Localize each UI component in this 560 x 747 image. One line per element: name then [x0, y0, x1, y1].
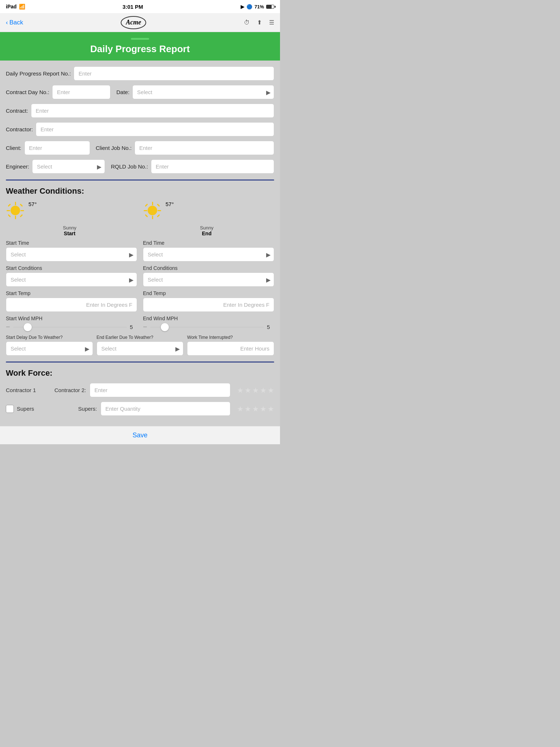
- rqld-job-no-input[interactable]: [151, 159, 274, 174]
- weather-end-info: 57°: [166, 201, 174, 207]
- star-2: ★: [245, 386, 251, 395]
- contract-row: Contract:: [6, 104, 274, 118]
- supers-label: Supers: [17, 406, 53, 412]
- start-time-select[interactable]: Select: [6, 247, 137, 262]
- contract-day-label: Contract Day No.:: [6, 89, 49, 95]
- delay-row: Start Delay Due To Weather? Select ▶ End…: [6, 335, 274, 356]
- client-row: Client: Client Job No.:: [6, 141, 274, 155]
- save-button[interactable]: Save: [132, 431, 147, 439]
- contract-day-input[interactable]: [52, 85, 110, 99]
- end-temp-input[interactable]: [143, 298, 274, 312]
- history-icon[interactable]: ⏱: [244, 19, 250, 26]
- end-early-field: End Earlier Due To Weather? Select ▶: [97, 335, 184, 356]
- start-delay-select[interactable]: Select: [6, 341, 93, 356]
- star-3: ★: [252, 386, 259, 395]
- contractor2-label: Contractor 2:: [46, 387, 86, 393]
- app-logo: Acme: [121, 16, 146, 29]
- start-time-label: Start Time: [6, 240, 137, 246]
- end-wind-field: End Wind MPH − 5: [143, 316, 274, 331]
- divider-1: [6, 179, 274, 181]
- contract-label: Contract:: [6, 108, 28, 114]
- contractor2-input[interactable]: [90, 383, 230, 397]
- end-time-field: End Time Select ▶: [143, 240, 274, 262]
- start-wind-label: Start Wind MPH: [6, 316, 137, 321]
- sun-end-circle: [148, 206, 157, 215]
- interrupted-input[interactable]: [187, 341, 274, 356]
- end-conditions-select[interactable]: Select: [143, 272, 274, 287]
- contract-day-date-row: Contract Day No.: Date: Select ▶: [6, 85, 274, 99]
- supers-star-3: ★: [252, 405, 259, 413]
- start-time-field: Start Time Select ▶: [6, 240, 137, 262]
- contractor2-stars: ★ ★ ★ ★ ★: [237, 386, 274, 395]
- weather-start-side: 57° Sunny Start: [6, 201, 137, 236]
- start-delay-select-wrapper: Select ▶: [6, 341, 93, 356]
- supers-checkbox[interactable]: [6, 405, 14, 413]
- weather-fields-grid: Start Time Select ▶ Start Conditions Sel…: [6, 240, 274, 331]
- end-conditions-label: End Conditions: [143, 265, 274, 271]
- weather-start-condition: Sunny: [2, 225, 137, 231]
- start-wind-slider[interactable]: [13, 326, 127, 328]
- end-time-label: End Time: [143, 240, 274, 246]
- contractor-row: Contractor:: [6, 122, 274, 136]
- report-no-input[interactable]: [74, 66, 274, 81]
- end-conditions-select-wrapper: Select ▶: [143, 272, 274, 287]
- supers-checkbox-wrapper: Supers: [6, 405, 53, 413]
- start-temp-input[interactable]: [6, 298, 137, 312]
- end-early-select-wrapper: Select ▶: [97, 341, 184, 356]
- battery-percent: 71%: [254, 4, 264, 9]
- page-header: Daily Progress Report: [0, 32, 280, 61]
- workforce-section-heading: Work Force:: [6, 368, 274, 378]
- supers-quantity-input[interactable]: [101, 402, 230, 416]
- supers-star-4: ★: [260, 405, 267, 413]
- supers-star-1: ★: [237, 405, 244, 413]
- nav-actions: ⏱ ⬆ ☰: [244, 19, 274, 26]
- weather-end-condition: Sunny: [139, 225, 274, 231]
- end-wind-slider[interactable]: [150, 326, 264, 328]
- weather-start-top: 57°: [6, 201, 137, 220]
- weather-end-top: 57°: [143, 201, 274, 220]
- date-select[interactable]: Select: [132, 85, 274, 99]
- date-label: Date:: [116, 89, 129, 95]
- start-delay-label: Start Delay Due To Weather?: [6, 335, 93, 340]
- interrupted-label: Work Time Interrupted?: [187, 335, 274, 340]
- status-right: ▶ 🔵 71%: [241, 4, 274, 9]
- contract-input[interactable]: [31, 104, 274, 118]
- supers-label2: Supers:: [57, 406, 97, 412]
- end-early-select[interactable]: Select: [97, 341, 184, 356]
- contractor-input[interactable]: [36, 122, 274, 136]
- page-title: Daily Progress Report: [6, 43, 274, 55]
- engineer-row: Engineer: Select ▶ RQLD Job No.:: [6, 159, 274, 174]
- back-button[interactable]: ‹ Back: [6, 19, 23, 26]
- weather-grid: 57° Sunny Start: [6, 201, 274, 236]
- star-5: ★: [268, 386, 274, 395]
- start-conditions-select[interactable]: Select: [6, 272, 137, 287]
- battery-icon: [266, 5, 274, 9]
- nav-bar: ‹ Back Acme ⏱ ⬆ ☰: [0, 13, 280, 32]
- end-conditions-field: End Conditions Select ▶: [143, 265, 274, 287]
- share-icon[interactable]: ⬆: [257, 19, 262, 26]
- sun-end-icon: [143, 201, 162, 220]
- bluetooth-icon: 🔵: [246, 4, 252, 9]
- start-conditions-field: Start Conditions Select ▶: [6, 265, 137, 287]
- contractor1-row: Contractor 1 Contractor 2: ★ ★ ★ ★ ★: [6, 383, 274, 397]
- menu-icon[interactable]: ☰: [269, 19, 274, 26]
- wifi-icon: 📶: [19, 4, 25, 9]
- weather-section-heading: Weather Conditions:: [6, 186, 274, 196]
- start-wind-field: Start Wind MPH − 5: [6, 316, 137, 331]
- rqld-job-no-label: RQLD Job No.:: [111, 163, 148, 170]
- client-input[interactable]: [24, 141, 90, 155]
- supers-star-2: ★: [245, 405, 251, 413]
- end-temp-field: End Temp: [143, 290, 274, 312]
- weather-end-label: End: [139, 231, 274, 236]
- end-wind-value: 5: [267, 324, 274, 330]
- engineer-select[interactable]: Select: [32, 159, 105, 174]
- client-job-no-input[interactable]: [135, 141, 274, 155]
- interrupted-field: Work Time Interrupted?: [187, 335, 274, 356]
- back-chevron-icon: ‹: [6, 19, 8, 26]
- weather-start-info: 57°: [28, 201, 37, 207]
- sun-start-circle: [11, 206, 20, 215]
- end-time-select[interactable]: Select: [143, 247, 274, 262]
- star-4: ★: [260, 386, 267, 395]
- location-icon: ▶: [241, 4, 244, 9]
- contractor1-label: Contractor 1: [6, 387, 42, 393]
